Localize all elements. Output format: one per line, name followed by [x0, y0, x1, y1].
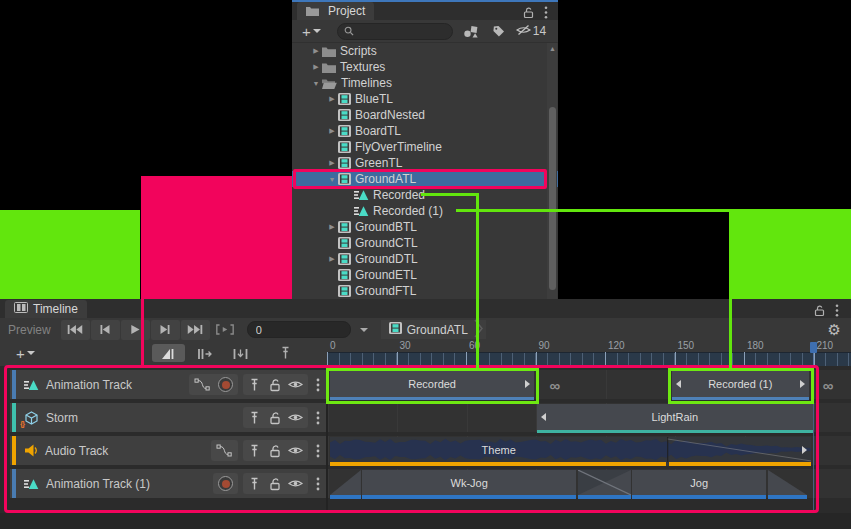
tab-project-label: Project [328, 4, 365, 18]
ruler-label: 180 [747, 340, 764, 351]
foldout-collapsed-icon[interactable]: ▶ [326, 127, 338, 135]
tree-item-groundftl[interactable]: GroundFTL [292, 283, 558, 299]
timeline-icon [338, 221, 351, 233]
timeline-icon [338, 109, 351, 121]
search-icon [344, 22, 354, 40]
tree-item-bluetl[interactable]: ▶BlueTL [292, 91, 558, 107]
tree-item-flyovertimeline[interactable]: FlyOverTimeline [292, 139, 558, 155]
folder-icon [306, 6, 319, 16]
below-tracks-strip [0, 513, 851, 529]
timeline-tab-bar: Timeline [0, 299, 851, 318]
time-field[interactable] [247, 321, 351, 338]
ruler-label: 0 [330, 340, 336, 351]
green-line-recorded-h [421, 193, 479, 196]
anim-clip-icon [354, 205, 369, 217]
go-to-end-button[interactable] [181, 320, 210, 340]
search-by-label-button[interactable] [492, 25, 505, 37]
foldout-collapsed-icon[interactable]: ▶ [326, 159, 338, 167]
folder-icon [322, 46, 336, 57]
green-block-left [0, 210, 140, 299]
folder-icon [322, 62, 336, 73]
ruler-label: 120 [608, 340, 625, 351]
time-ruler[interactable] [327, 352, 851, 366]
ruler-major-tick [605, 352, 606, 365]
foldout-expanded-icon[interactable]: ▼ [310, 80, 322, 87]
project-tab-bar: Project [292, 2, 558, 20]
timeline-icon [338, 269, 351, 281]
previous-frame-button[interactable] [91, 320, 120, 340]
eye-slash-icon [516, 22, 531, 40]
tree-item-label: GroundFTL [355, 284, 416, 298]
play-range-button[interactable] [211, 320, 240, 340]
foldout-collapsed-icon[interactable]: ▶ [326, 255, 338, 263]
tree-item-textures[interactable]: ▶Textures [292, 59, 558, 75]
mix-mode-button[interactable] [152, 344, 185, 362]
timeline-icon [338, 157, 351, 169]
tree-item-label: Recorded [373, 188, 425, 202]
tree-item-label: GroundETL [355, 268, 417, 282]
next-frame-button[interactable] [151, 320, 180, 340]
foldout-collapsed-icon[interactable]: ▶ [326, 223, 338, 231]
replace-mode-button[interactable] [224, 344, 257, 362]
tree-item-boardtl[interactable]: ▶BoardTL [292, 123, 558, 139]
ruler-major-tick [466, 352, 467, 365]
project-window: Project + 14 ▶Scripts▶Textures▼Timelines… [292, 0, 558, 299]
unity-editor-screenshot: Project + 14 ▶Scripts▶Textures▼Timelines… [0, 0, 851, 529]
time-dropdown-caret[interactable] [360, 328, 368, 332]
green-line-recorded-v [476, 193, 479, 368]
tab-timeline[interactable]: Timeline [5, 300, 87, 318]
go-to-start-button[interactable] [61, 320, 90, 340]
breadcrumb[interactable]: GroundATL [381, 320, 486, 339]
hidden-count-button[interactable]: 14 [516, 22, 546, 40]
preview-button[interactable]: Preview [8, 323, 51, 337]
tree-item-label: GreenTL [355, 156, 402, 170]
foldout-collapsed-icon[interactable]: ▶ [310, 63, 322, 71]
ruler-major-tick [397, 352, 398, 365]
create-asset-button[interactable]: + [302, 24, 321, 39]
ruler-label: 150 [678, 340, 695, 351]
tree-item-label: Recorded (1) [373, 204, 443, 218]
search-input[interactable] [358, 25, 446, 38]
filmstrip-icon [14, 302, 28, 316]
infinite-duration-icon: ∞ [823, 377, 834, 394]
green-highlight-recorded-1 [668, 368, 814, 404]
tree-item-groundctl[interactable]: GroundCTL [292, 235, 558, 251]
ruler-label: 210 [817, 340, 834, 351]
scrollbar-thumb[interactable] [549, 107, 556, 290]
red-connector-line [141, 299, 144, 366]
timeline-icon [338, 285, 351, 297]
search-by-type-button[interactable] [463, 25, 479, 38]
search-box [337, 23, 453, 40]
pin-marker-button[interactable] [269, 344, 302, 362]
foldout-collapsed-icon[interactable]: ▶ [310, 47, 322, 55]
ruler-label: 30 [400, 340, 411, 351]
red-highlight-groundatl [293, 169, 547, 189]
folder-open-icon [322, 78, 337, 89]
add-track-button[interactable]: + [16, 346, 35, 361]
foldout-collapsed-icon[interactable]: ▶ [326, 95, 338, 103]
green-line-recorded1-v [729, 211, 732, 368]
ripple-mode-button[interactable] [188, 344, 221, 362]
scrollbar-up-arrow[interactable]: ▲ [549, 45, 556, 52]
tree-item-groundetl[interactable]: GroundETL [292, 267, 558, 283]
tree-item-label: GroundBTL [355, 220, 417, 234]
ruler-major-tick [327, 352, 328, 365]
tree-item-label: GroundCTL [355, 236, 418, 250]
timeline-icon [338, 93, 351, 105]
tab-project[interactable]: Project [297, 2, 374, 20]
play-button[interactable] [121, 320, 150, 340]
anim-clip-icon [354, 189, 369, 201]
timeline-end-marker[interactable] [810, 342, 817, 353]
timeline-icon [338, 253, 351, 265]
tree-item-timelines[interactable]: ▼Timelines [292, 75, 558, 91]
ruler-major-tick [536, 352, 537, 365]
tree-item-boardnested[interactable]: BoardNested [292, 107, 558, 123]
tree-item-groundbtl[interactable]: ▶GroundBTL [292, 219, 558, 235]
ruler-major-tick [675, 352, 676, 365]
timeline-icon [338, 237, 351, 249]
tree-item-scripts[interactable]: ▶Scripts [292, 43, 558, 59]
tree-item-grounddtl[interactable]: ▶GroundDTL [292, 251, 558, 267]
green-highlight-recorded [326, 368, 539, 404]
tree-item-label: Textures [340, 60, 385, 74]
gear-icon[interactable]: ⚙ [828, 321, 841, 339]
